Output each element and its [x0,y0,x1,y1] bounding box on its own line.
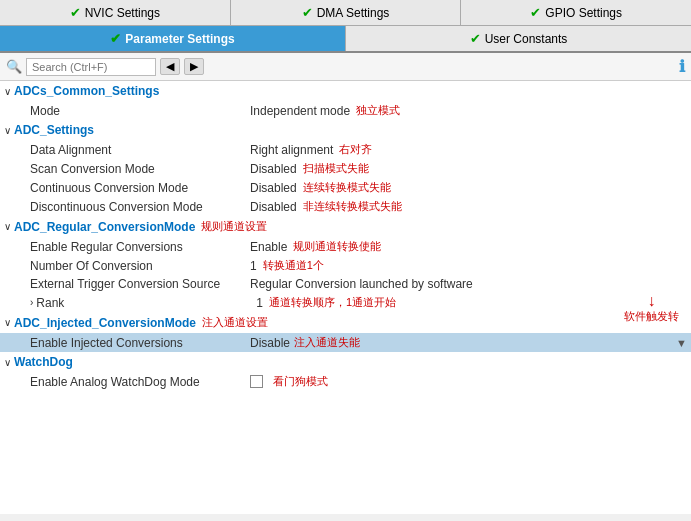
annotation-text: 软件触发转 [624,309,679,324]
red-down-arrow: ↓ [648,293,656,309]
chevron-adc-regular[interactable]: ∨ [4,221,11,232]
item-num-conversion-label: Number Of Conversion [30,259,250,273]
item-rank-value: 1 [256,296,263,310]
tab-param-label: Parameter Settings [125,32,234,46]
tab-dma[interactable]: ✔ DMA Settings [231,0,462,25]
tabs-row2: ✔ Parameter Settings ✔ User Constants [0,26,691,53]
check-icon-dma: ✔ [302,5,313,20]
section-adc-regular-cn: 规则通道设置 [201,219,267,234]
section-adc-common[interactable]: ∨ ADCs_Common_Settings [0,81,691,101]
section-adc-settings[interactable]: ∨ ADC_Settings [0,120,691,140]
check-icon-nvic: ✔ [70,5,81,20]
item-scan-conversion[interactable]: Scan Conversion Mode Disabled 扫描模式失能 [0,159,691,178]
app-container: ✔ NVIC Settings ✔ DMA Settings ✔ GPIO Se… [0,0,691,514]
section-adc-common-label: ADCs_Common_Settings [14,84,159,98]
item-rank-cn: 通道转换顺序，1通道开始 [269,295,396,310]
item-watchdog-label: Enable Analog WatchDog Mode [30,375,250,389]
item-scan-value: Disabled [250,162,297,176]
section-adc-injected-label: ADC_Injected_ConversionMode [14,316,196,330]
search-input[interactable] [26,58,156,76]
item-rank-label: Rank [36,296,256,310]
item-discontinuous-cn: 非连续转换模式失能 [303,199,402,214]
search-icon: 🔍 [6,59,22,74]
info-icon[interactable]: ℹ [679,57,685,76]
watchdog-checkbox[interactable] [250,375,263,388]
search-next-button[interactable]: ▶ [184,58,204,75]
dropdown-arrow-injected[interactable]: ▼ [676,337,687,349]
item-data-alignment-label: Data Alignment [30,143,250,157]
section-adc-injected-cn: 注入通道设置 [202,315,268,330]
item-continuous-value: Disabled [250,181,297,195]
item-rank[interactable]: › Rank 1 通道转换顺序，1通道开始 [0,293,691,312]
item-discontinuous-label: Discontinuous Conversion Mode [30,200,250,214]
tab-param[interactable]: ✔ Parameter Settings [0,26,346,51]
item-ext-trigger-value: Regular Conversion launched by software [250,277,473,291]
item-enable-regular-label: Enable Regular Conversions [30,240,250,254]
tab-nvic-label: NVIC Settings [85,6,160,20]
item-enable-injected-label: Enable Injected Conversions [30,336,250,350]
content-area: ∨ ADCs_Common_Settings Mode Independent … [0,81,691,514]
tab-gpio[interactable]: ✔ GPIO Settings [461,0,691,25]
item-discontinuous-value: Disabled [250,200,297,214]
tab-user[interactable]: ✔ User Constants [346,26,691,51]
search-bar: 🔍 ◀ ▶ ℹ [0,53,691,81]
annotation-container: ↓ 软件触发转 [624,293,679,324]
item-scan-cn: 扫描模式失能 [303,161,369,176]
item-enable-regular[interactable]: Enable Regular Conversions Enable 规则通道转换… [0,237,691,256]
item-ext-trigger-label: External Trigger Conversion Source [30,277,250,291]
chevron-adc-common[interactable]: ∨ [4,86,11,97]
chevron-adc-injected[interactable]: ∨ [4,317,11,328]
rank-chevron[interactable]: › [30,297,33,308]
item-enable-injected[interactable]: Enable Injected Conversions Disable 注入通道… [0,333,691,352]
item-num-conversion-value: 1 [250,259,257,273]
item-mode-label: Mode [30,104,250,118]
chevron-adc-settings[interactable]: ∨ [4,125,11,136]
item-enable-regular-value: Enable [250,240,287,254]
section-adc-injected[interactable]: ∨ ADC_Injected_ConversionMode 注入通道设置 [0,312,691,333]
item-discontinuous-conversion[interactable]: Discontinuous Conversion Mode Disabled 非… [0,197,691,216]
item-continuous-cn: 连续转换模式失能 [303,180,391,195]
section-watchdog-label: WatchDog [14,355,73,369]
item-num-conversion-cn: 转换通道1个 [263,258,324,273]
item-watchdog-mode[interactable]: Enable Analog WatchDog Mode 看门狗模式 [0,372,691,391]
item-enable-regular-cn: 规则通道转换使能 [293,239,381,254]
tabs-row1: ✔ NVIC Settings ✔ DMA Settings ✔ GPIO Se… [0,0,691,26]
check-icon-param: ✔ [110,31,121,46]
rank-container: › Rank 1 通道转换顺序，1通道开始 ↓ 软件触发转 [0,293,691,312]
check-icon-user: ✔ [470,31,481,46]
tab-nvic[interactable]: ✔ NVIC Settings [0,0,231,25]
item-mode-value-cn: 独立模式 [356,103,400,118]
item-continuous-conversion[interactable]: Continuous Conversion Mode Disabled 连续转换… [0,178,691,197]
section-adc-regular[interactable]: ∨ ADC_Regular_ConversionMode 规则通道设置 [0,216,691,237]
item-num-conversion[interactable]: Number Of Conversion 1 转换通道1个 [0,256,691,275]
chevron-watchdog[interactable]: ∨ [4,357,11,368]
tab-gpio-label: GPIO Settings [545,6,622,20]
item-scan-label: Scan Conversion Mode [30,162,250,176]
item-watchdog-cn: 看门狗模式 [273,374,328,389]
item-data-alignment-value: Right alignment [250,143,333,157]
item-enable-injected-value: Disable [250,336,290,350]
item-data-alignment[interactable]: Data Alignment Right alignment 右对齐 [0,140,691,159]
check-icon-gpio: ✔ [530,5,541,20]
item-mode[interactable]: Mode Independent mode 独立模式 [0,101,691,120]
tab-dma-label: DMA Settings [317,6,390,20]
section-adc-regular-label: ADC_Regular_ConversionMode [14,220,195,234]
item-mode-value: Independent mode [250,104,350,118]
tab-user-label: User Constants [485,32,568,46]
search-prev-button[interactable]: ◀ [160,58,180,75]
section-watchdog[interactable]: ∨ WatchDog [0,352,691,372]
item-ext-trigger[interactable]: External Trigger Conversion Source Regul… [0,275,691,293]
item-continuous-label: Continuous Conversion Mode [30,181,250,195]
section-adc-settings-label: ADC_Settings [14,123,94,137]
item-enable-injected-cn: 注入通道失能 [294,335,360,350]
item-data-alignment-cn: 右对齐 [339,142,372,157]
